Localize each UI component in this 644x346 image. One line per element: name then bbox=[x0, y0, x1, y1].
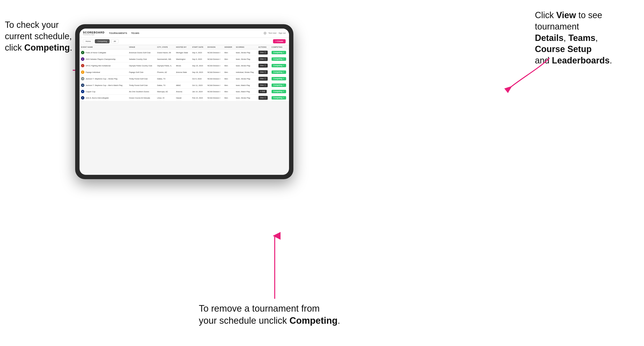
city-state-cell: Lihue, HI bbox=[156, 95, 174, 101]
city-state-cell: Olympia Fields, IL bbox=[156, 62, 174, 69]
header-right: Test User Sign out bbox=[264, 32, 286, 35]
competing-status-cell: Competing ✓ bbox=[270, 69, 289, 76]
scoring-cell: team, Stroke Play bbox=[234, 62, 257, 69]
col-start-date: START DATE bbox=[190, 45, 206, 49]
division-cell: NCAA Division I bbox=[206, 69, 223, 76]
view-button[interactable]: View ⓘ bbox=[258, 57, 268, 61]
scoring-cell: team, Stroke Play bbox=[234, 49, 257, 56]
gender-cell: Men bbox=[223, 82, 234, 89]
event-name-cell: W 2023 Sahalee Players Championship bbox=[80, 56, 128, 62]
city-state-cell: Dallas, TX bbox=[156, 82, 174, 89]
actions-cell: View ⓘ bbox=[257, 62, 270, 69]
start-date-cell: Oct 11, 2023 bbox=[190, 82, 206, 89]
col-actions: ACTIONS bbox=[257, 45, 270, 49]
actions-cell: View ⓘ bbox=[257, 56, 270, 62]
event-name-cell: P Papago Individual bbox=[80, 69, 128, 76]
table-body: F Folds of Honor Collegiate American Dun… bbox=[80, 49, 289, 101]
team-logo: F bbox=[81, 51, 84, 54]
filter-all-button[interactable]: All bbox=[111, 39, 118, 43]
actions-cell: View ⓘ bbox=[257, 49, 270, 56]
gender-cell: Men bbox=[223, 62, 234, 69]
venue-cell: Papago Golf Club bbox=[128, 69, 156, 76]
hosted-by-cell: Arizona bbox=[174, 89, 191, 95]
tournaments-table-container: EVENT NAME VENUE CITY, STATE HOSTED BY S… bbox=[80, 45, 289, 172]
nav-teams[interactable]: TEAMS bbox=[131, 32, 140, 34]
view-button[interactable]: View ⓘ bbox=[258, 70, 268, 74]
venue-cell: American Dunes Golf Club bbox=[128, 49, 156, 56]
nav-tournaments[interactable]: TOURNAMENTS bbox=[109, 32, 127, 34]
col-competing: COMPETING bbox=[270, 45, 289, 49]
header-signout[interactable]: Sign out bbox=[278, 32, 286, 34]
event-name-cell: JS Jackson T. Stephens Cup – Men's Match… bbox=[80, 82, 128, 89]
division-cell: NCAA Division I bbox=[206, 76, 223, 82]
event-name: 2023 Sahalee Players Championship bbox=[86, 58, 116, 60]
competing-button[interactable]: Competing ✓ bbox=[272, 77, 286, 80]
gender-cell: Men bbox=[223, 56, 234, 62]
start-date-cell: Sep 18, 2023 bbox=[190, 69, 206, 76]
team-logo: I bbox=[81, 64, 84, 67]
scoring-cell: team, Stroke Play bbox=[234, 56, 257, 62]
start-date-cell: Oct 9, 2023 bbox=[190, 76, 206, 82]
team-logo: H bbox=[81, 96, 84, 100]
competing-status-cell: Competing ✓ bbox=[270, 76, 289, 82]
event-name-cell: A Copper Cup bbox=[80, 89, 128, 95]
table-row: H John A. Burns Intercollegiate Ocean Co… bbox=[80, 95, 289, 101]
venue-cell: Ocean Course At Hokuala bbox=[128, 95, 156, 101]
actions-cell: View ⓘ bbox=[257, 69, 270, 76]
gender-cell: Men bbox=[223, 89, 234, 95]
view-button[interactable]: View ⓘ bbox=[258, 83, 268, 87]
view-button[interactable]: View ⓘ bbox=[258, 51, 268, 54]
edit-button[interactable]: ✏ Edit bbox=[258, 90, 267, 93]
header-user: Test User bbox=[268, 32, 277, 34]
team-logo: JS bbox=[81, 77, 84, 80]
team-logo: JS bbox=[81, 84, 84, 87]
competing-button[interactable]: Competing ✓ bbox=[272, 70, 286, 74]
city-state-cell: Phoenix, AZ bbox=[156, 69, 174, 76]
scoring-cell: team, Stroke Play bbox=[234, 95, 257, 101]
competing-button[interactable]: Competing ✓ bbox=[272, 57, 286, 61]
event-name: Jackson T. Stephens Cup – Men's Match Pl… bbox=[86, 84, 122, 86]
competing-button[interactable]: Competing ✓ bbox=[272, 84, 286, 87]
view-button[interactable]: View ⓘ bbox=[258, 96, 268, 100]
gender-cell: Men bbox=[223, 95, 234, 101]
view-button[interactable]: View ⓘ bbox=[258, 64, 268, 68]
start-date-cell: Feb 15, 2024 bbox=[190, 95, 206, 101]
table-header-row: EVENT NAME VENUE CITY, STATE HOSTED BY S… bbox=[80, 45, 289, 49]
table-row: F Folds of Honor Collegiate American Dun… bbox=[80, 49, 289, 56]
event-name: Folds of Honor Collegiate bbox=[86, 52, 106, 54]
competing-button[interactable]: Competing ✓ bbox=[272, 64, 286, 67]
hosted-by-cell: Arizona State bbox=[174, 69, 191, 76]
filter-competing-button[interactable]: Competing bbox=[95, 39, 110, 43]
filter-home-button[interactable]: Home bbox=[83, 39, 93, 43]
col-gender: GENDER bbox=[223, 45, 234, 49]
start-date-cell: Sep 9, 2023 bbox=[190, 56, 206, 62]
venue-cell: Trinity Forest Golf Club bbox=[128, 82, 156, 89]
city-state-cell: Sammamish, WA bbox=[156, 56, 174, 62]
actions-cell: View ⓘ bbox=[257, 82, 270, 89]
division-cell: NCAA Division I bbox=[206, 62, 223, 69]
competing-button[interactable]: Competing ✓ bbox=[272, 90, 286, 93]
competing-button[interactable]: Competing ✓ bbox=[272, 96, 286, 100]
tablet-frame: SCOREBOARD Powered by clippi TOURNAMENTS… bbox=[75, 24, 294, 179]
col-division: DIVISION bbox=[206, 45, 223, 49]
city-state-cell: Maricopa, AZ bbox=[156, 89, 174, 95]
competing-status-cell: Competing ✓ bbox=[270, 82, 289, 89]
table-row: I OFCC Fighting Illini Invitational Olym… bbox=[80, 62, 289, 69]
start-date-cell: Jan 14, 2024 bbox=[190, 89, 206, 95]
hosted-by-cell bbox=[174, 76, 191, 82]
competing-status-cell: Competing ✓ bbox=[270, 95, 289, 101]
division-cell: NCAA Division I bbox=[206, 89, 223, 95]
arrow-to-competing-bottom bbox=[270, 233, 280, 301]
division-cell: NCAA Division I bbox=[206, 95, 223, 101]
table-row: JS Jackson T. Stephens Cup – Men's Match… bbox=[80, 82, 289, 89]
competing-status-cell: Competing ✓ bbox=[270, 62, 289, 69]
scoring-cell: team, Stroke Play bbox=[234, 76, 257, 82]
actions-cell: ✏ Edit bbox=[257, 89, 270, 95]
view-button[interactable]: View ⓘ bbox=[258, 77, 268, 81]
hosted-by-cell: Washington bbox=[174, 56, 191, 62]
event-name-cell: I OFCC Fighting Illini Invitational bbox=[80, 62, 128, 69]
event-name-cell: H John A. Burns Intercollegiate bbox=[80, 95, 128, 101]
scoreboard-title-text: SCOREBOARD bbox=[83, 31, 104, 34]
create-button[interactable]: + Create bbox=[273, 39, 286, 43]
competing-button[interactable]: Competing ✓ bbox=[272, 51, 286, 54]
